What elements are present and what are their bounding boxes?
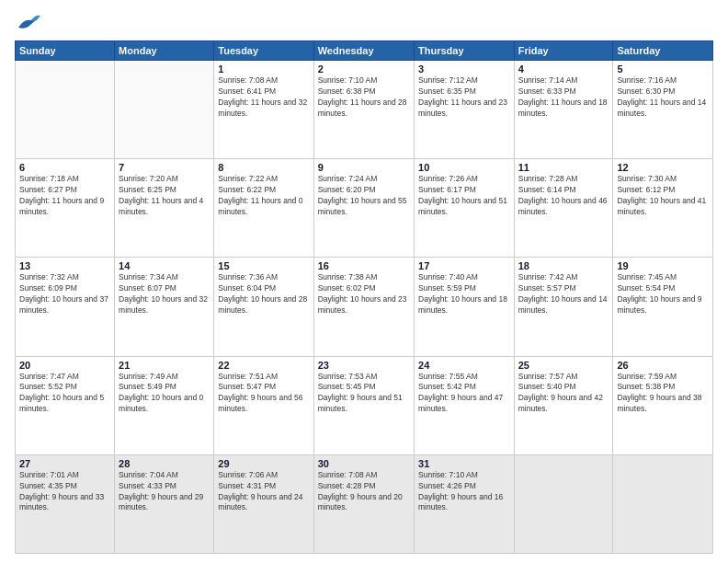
calendar-cell: 16Sunrise: 7:38 AMSunset: 6:02 PMDayligh…: [313, 258, 414, 356]
calendar-cell: 26Sunrise: 7:59 AMSunset: 5:38 PMDayligh…: [613, 356, 713, 454]
calendar-cell: 24Sunrise: 7:55 AMSunset: 5:42 PMDayligh…: [415, 356, 515, 454]
calendar-week-row: 27Sunrise: 7:01 AMSunset: 4:35 PMDayligh…: [16, 454, 713, 553]
day-number: 9: [318, 162, 410, 173]
day-number: 24: [418, 360, 510, 371]
day-number: 31: [418, 458, 510, 469]
day-info: Sunrise: 7:08 AMSunset: 4:28 PMDaylight:…: [318, 470, 410, 514]
day-info: Sunrise: 7:57 AMSunset: 5:40 PMDaylight:…: [518, 372, 609, 416]
weekday-header-row: SundayMondayTuesdayWednesdayThursdayFrid…: [16, 41, 713, 61]
weekday-header-thursday: Thursday: [415, 41, 515, 61]
day-info: Sunrise: 7:12 AMSunset: 6:35 PMDaylight:…: [418, 75, 510, 120]
day-number: 25: [518, 360, 609, 371]
day-number: 11: [518, 162, 609, 173]
calendar-cell: 25Sunrise: 7:57 AMSunset: 5:40 PMDayligh…: [514, 356, 613, 454]
day-info: Sunrise: 7:06 AMSunset: 4:31 PMDaylight:…: [218, 470, 309, 514]
day-info: Sunrise: 7:10 AMSunset: 6:38 PMDaylight:…: [318, 75, 410, 120]
day-info: Sunrise: 7:20 AMSunset: 6:25 PMDaylight:…: [119, 174, 210, 218]
day-info: Sunrise: 7:51 AMSunset: 5:47 PMDaylight:…: [218, 372, 309, 416]
calendar-cell: 1Sunrise: 7:08 AMSunset: 6:41 PMDaylight…: [214, 61, 313, 159]
calendar-cell: 18Sunrise: 7:42 AMSunset: 5:57 PMDayligh…: [514, 258, 613, 356]
calendar-cell: 7Sunrise: 7:20 AMSunset: 6:25 PMDaylight…: [115, 159, 214, 258]
day-number: 18: [518, 260, 609, 271]
day-number: 10: [418, 162, 510, 173]
day-info: Sunrise: 7:49 AMSunset: 5:49 PMDaylight:…: [119, 372, 210, 416]
calendar-cell: [514, 454, 613, 553]
calendar-cell: 23Sunrise: 7:53 AMSunset: 5:45 PMDayligh…: [313, 356, 414, 454]
logo-bird-icon: [15, 11, 40, 33]
day-info: Sunrise: 7:16 AMSunset: 6:30 PMDaylight:…: [617, 75, 709, 120]
day-number: 22: [218, 360, 309, 371]
calendar-cell: 14Sunrise: 7:34 AMSunset: 6:07 PMDayligh…: [115, 258, 214, 356]
day-number: 5: [617, 63, 709, 75]
calendar-cell: [613, 454, 713, 553]
day-number: 23: [318, 360, 410, 371]
calendar-cell: 15Sunrise: 7:36 AMSunset: 6:04 PMDayligh…: [214, 258, 313, 356]
calendar-cell: 27Sunrise: 7:01 AMSunset: 4:35 PMDayligh…: [16, 454, 115, 553]
calendar-cell: 5Sunrise: 7:16 AMSunset: 6:30 PMDaylight…: [613, 61, 713, 159]
day-number: 13: [19, 260, 110, 271]
calendar-cell: 17Sunrise: 7:40 AMSunset: 5:59 PMDayligh…: [415, 258, 515, 356]
calendar-week-row: 20Sunrise: 7:47 AMSunset: 5:52 PMDayligh…: [16, 356, 713, 454]
day-info: Sunrise: 7:53 AMSunset: 5:45 PMDaylight:…: [318, 372, 410, 416]
weekday-header-saturday: Saturday: [613, 41, 713, 61]
day-number: 16: [318, 260, 410, 271]
calendar-cell: 2Sunrise: 7:10 AMSunset: 6:38 PMDaylight…: [313, 61, 414, 159]
day-number: 21: [119, 360, 210, 371]
day-number: 20: [19, 360, 110, 371]
day-number: 15: [218, 260, 309, 271]
calendar-cell: 6Sunrise: 7:18 AMSunset: 6:27 PMDaylight…: [16, 159, 115, 258]
calendar-cell: 19Sunrise: 7:45 AMSunset: 5:54 PMDayligh…: [613, 258, 713, 356]
day-number: 3: [418, 63, 510, 75]
logo: [15, 11, 44, 33]
day-info: Sunrise: 7:45 AMSunset: 5:54 PMDaylight:…: [617, 272, 709, 316]
day-info: Sunrise: 7:28 AMSunset: 6:14 PMDaylight:…: [518, 174, 609, 218]
calendar-cell: [16, 61, 115, 159]
day-number: 12: [617, 162, 709, 173]
calendar-cell: 4Sunrise: 7:14 AMSunset: 6:33 PMDaylight…: [514, 61, 613, 159]
day-info: Sunrise: 7:32 AMSunset: 6:09 PMDaylight:…: [19, 272, 110, 316]
day-number: 2: [318, 63, 410, 75]
day-info: Sunrise: 7:40 AMSunset: 5:59 PMDaylight:…: [418, 272, 510, 316]
day-number: 14: [119, 260, 210, 271]
day-info: Sunrise: 7:08 AMSunset: 6:41 PMDaylight:…: [218, 75, 309, 120]
day-info: Sunrise: 7:04 AMSunset: 4:33 PMDaylight:…: [119, 470, 210, 514]
calendar-cell: 9Sunrise: 7:24 AMSunset: 6:20 PMDaylight…: [313, 159, 414, 258]
day-info: Sunrise: 7:59 AMSunset: 5:38 PMDaylight:…: [617, 372, 709, 416]
weekday-header-sunday: Sunday: [16, 41, 115, 61]
calendar-cell: [115, 61, 214, 159]
day-number: 27: [19, 458, 110, 469]
day-info: Sunrise: 7:47 AMSunset: 5:52 PMDaylight:…: [19, 372, 110, 416]
day-number: 1: [218, 63, 309, 75]
day-info: Sunrise: 7:55 AMSunset: 5:42 PMDaylight:…: [418, 372, 510, 416]
calendar-cell: 8Sunrise: 7:22 AMSunset: 6:22 PMDaylight…: [214, 159, 313, 258]
day-info: Sunrise: 7:26 AMSunset: 6:17 PMDaylight:…: [418, 174, 510, 218]
calendar-cell: 13Sunrise: 7:32 AMSunset: 6:09 PMDayligh…: [16, 258, 115, 356]
weekday-header-friday: Friday: [514, 41, 613, 61]
calendar-cell: 10Sunrise: 7:26 AMSunset: 6:17 PMDayligh…: [415, 159, 515, 258]
day-number: 30: [318, 458, 410, 469]
day-info: Sunrise: 7:01 AMSunset: 4:35 PMDaylight:…: [19, 470, 110, 514]
calendar-week-row: 13Sunrise: 7:32 AMSunset: 6:09 PMDayligh…: [16, 258, 713, 356]
calendar-cell: 12Sunrise: 7:30 AMSunset: 6:12 PMDayligh…: [613, 159, 713, 258]
calendar-cell: 11Sunrise: 7:28 AMSunset: 6:14 PMDayligh…: [514, 159, 613, 258]
calendar-cell: 28Sunrise: 7:04 AMSunset: 4:33 PMDayligh…: [115, 454, 214, 553]
day-info: Sunrise: 7:30 AMSunset: 6:12 PMDaylight:…: [617, 174, 709, 218]
header: [15, 11, 713, 33]
weekday-header-tuesday: Tuesday: [214, 41, 313, 61]
weekday-header-monday: Monday: [115, 41, 214, 61]
calendar-cell: 31Sunrise: 7:10 AMSunset: 4:26 PMDayligh…: [415, 454, 515, 553]
calendar-week-row: 6Sunrise: 7:18 AMSunset: 6:27 PMDaylight…: [16, 159, 713, 258]
day-info: Sunrise: 7:36 AMSunset: 6:04 PMDaylight:…: [218, 272, 309, 316]
day-info: Sunrise: 7:34 AMSunset: 6:07 PMDaylight:…: [119, 272, 210, 316]
day-number: 29: [218, 458, 309, 469]
calendar-cell: 30Sunrise: 7:08 AMSunset: 4:28 PMDayligh…: [313, 454, 414, 553]
day-number: 6: [19, 162, 110, 173]
day-number: 17: [418, 260, 510, 271]
day-number: 19: [617, 260, 709, 271]
day-number: 4: [518, 63, 609, 75]
day-number: 7: [119, 162, 210, 173]
day-info: Sunrise: 7:10 AMSunset: 4:26 PMDaylight:…: [418, 470, 510, 514]
calendar-cell: 29Sunrise: 7:06 AMSunset: 4:31 PMDayligh…: [214, 454, 313, 553]
day-number: 26: [617, 360, 709, 371]
calendar-cell: 20Sunrise: 7:47 AMSunset: 5:52 PMDayligh…: [16, 356, 115, 454]
